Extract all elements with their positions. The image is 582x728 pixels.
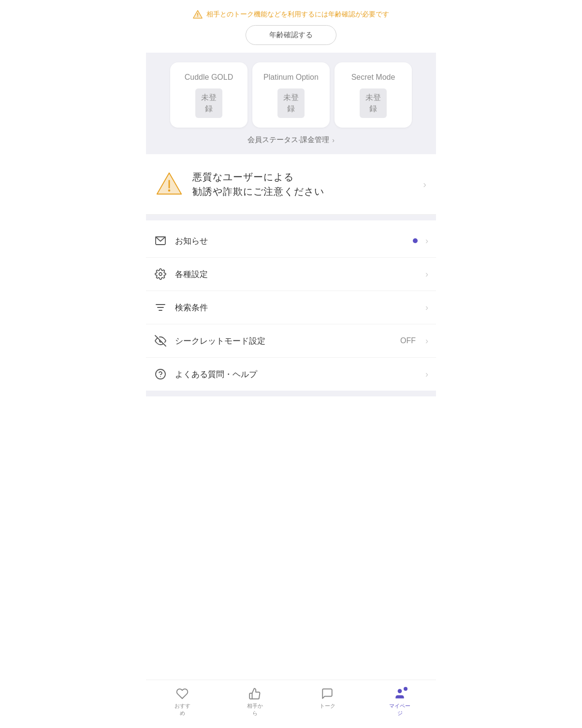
svg-point-5 <box>159 273 162 276</box>
secret-mode-title: Secret Mode <box>351 72 395 83</box>
search-conditions-label: 検索条件 <box>175 302 418 313</box>
nav-item-likes[interactable]: 相手から <box>218 685 291 718</box>
membership-link[interactable]: 会員ステータス·課金管理 › <box>154 135 428 145</box>
nav-likes-label: 相手から <box>247 702 263 716</box>
secret-mode-badge: 未登録 <box>360 88 387 118</box>
warning-banner-chevron: › <box>423 179 426 190</box>
faq-chevron: › <box>425 369 428 379</box>
gray-gap-2 <box>146 391 436 396</box>
nav-mypage-label: マイページ <box>389 702 410 716</box>
svg-point-12 <box>398 689 402 694</box>
warning-icon-large <box>156 171 183 198</box>
platinum-option-title: Platinum Option <box>263 72 319 83</box>
svg-point-1 <box>197 16 198 17</box>
secret-mode-value: OFF <box>400 336 416 345</box>
nav-recommend-label: おすすめ <box>175 702 190 716</box>
envelope-icon <box>154 234 167 248</box>
nav-talk-label: トーク <box>320 702 335 709</box>
thumbsup-icon <box>248 687 262 700</box>
warning-line2: 勧誘や詐欺にご注意ください <box>192 184 413 199</box>
filter-icon <box>154 301 167 314</box>
platinum-option-card[interactable]: Platinum Option 未登録 <box>252 62 330 128</box>
warning-icon-small <box>193 10 203 19</box>
chat-icon <box>320 687 334 700</box>
age-banner: 相手とのトーク機能などを利用するには年齢確認が必要です 年齢確認する <box>146 0 436 53</box>
settings-label: 各種設定 <box>175 269 418 280</box>
secret-mode-card[interactable]: Secret Mode 未登録 <box>335 62 412 128</box>
menu-item-search-conditions[interactable]: 検索条件 › <box>146 291 436 324</box>
faq-label: よくある質問・ヘルプ <box>175 369 418 380</box>
warning-line1: 悪質なユーザーによる <box>192 170 413 184</box>
eye-off-icon <box>154 334 167 348</box>
settings-chevron: › <box>425 269 428 279</box>
membership-cards: Cuddle GOLD 未登録 Platinum Option 未登録 Secr… <box>154 62 428 128</box>
notification-dot <box>413 238 418 243</box>
gray-gap-1 <box>146 215 436 220</box>
notifications-chevron: › <box>425 236 428 246</box>
person-icon <box>393 687 407 700</box>
menu-item-secret-mode[interactable]: シークレットモード設定 OFF › <box>146 324 436 358</box>
nav-item-talk[interactable]: トーク <box>291 685 364 718</box>
cuddle-gold-card[interactable]: Cuddle GOLD 未登録 <box>170 62 247 128</box>
membership-link-chevron: › <box>332 136 335 144</box>
age-verify-button[interactable]: 年齢確認する <box>246 25 336 45</box>
bottom-spacer <box>146 396 436 435</box>
menu-item-settings[interactable]: 各種設定 › <box>146 258 436 291</box>
membership-section: Cuddle GOLD 未登録 Platinum Option 未登録 Secr… <box>146 53 436 154</box>
gear-icon <box>154 267 167 281</box>
menu-item-notifications[interactable]: お知らせ › <box>146 224 436 258</box>
menu-section: お知らせ › 各種設定 › 検索条件 › <box>146 224 436 391</box>
bottom-nav: おすすめ 相手から トーク マイページ <box>146 680 436 728</box>
nav-item-recommend[interactable]: おすすめ <box>146 685 218 718</box>
nav-item-mypage[interactable]: マイページ <box>364 685 436 718</box>
question-icon <box>154 367 167 381</box>
warning-text: 悪質なユーザーによる 勧誘や詐欺にご注意ください <box>192 170 413 199</box>
mypage-dot <box>404 687 407 691</box>
secret-mode-label: シークレットモード設定 <box>175 335 393 347</box>
heart-icon <box>175 687 189 700</box>
secret-mode-chevron: › <box>425 336 428 346</box>
svg-point-10 <box>156 369 165 379</box>
menu-item-faq[interactable]: よくある質問・ヘルプ › <box>146 358 436 391</box>
platinum-option-badge: 未登録 <box>277 88 305 118</box>
cuddle-gold-badge: 未登録 <box>195 88 222 118</box>
cuddle-gold-title: Cuddle GOLD <box>185 72 233 83</box>
svg-point-3 <box>168 189 171 192</box>
age-warning-text: 相手とのトーク機能などを利用するには年齢確認が必要です <box>193 10 389 19</box>
warning-banner[interactable]: 悪質なユーザーによる 勧誘や詐欺にご注意ください › <box>146 154 436 215</box>
search-conditions-chevron: › <box>425 303 428 313</box>
